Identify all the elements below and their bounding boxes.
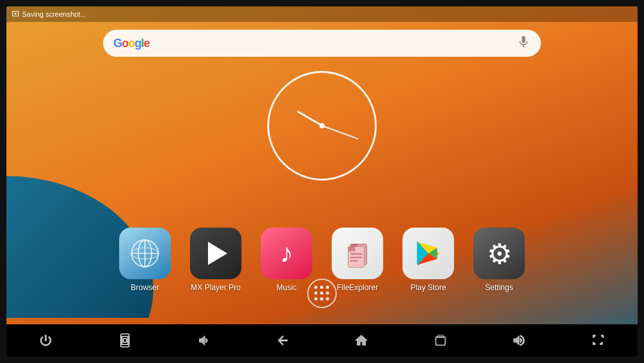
status-bar: Saving screenshot...	[6, 6, 638, 22]
svg-marker-10	[348, 246, 355, 251]
expand-icon	[591, 333, 605, 348]
file-icon	[340, 236, 375, 271]
settings-icon: ⚙	[473, 228, 525, 279]
power-icon	[39, 333, 53, 348]
hour-hand	[296, 110, 322, 126]
settings-label: Settings	[485, 283, 513, 292]
dot	[314, 297, 317, 300]
app-settings[interactable]: ⚙ Settings	[473, 228, 525, 292]
app-drawer-dots-icon	[314, 286, 330, 301]
app-browser[interactable]: Browser	[119, 228, 171, 292]
screenshot-button[interactable]	[112, 328, 138, 353]
browser-globe-icon	[128, 237, 162, 270]
back-icon	[276, 333, 290, 348]
music-note-icon: ♪	[280, 240, 294, 267]
fileexplorer-icon	[332, 228, 383, 279]
dot	[320, 297, 323, 300]
music-label: Music	[276, 283, 296, 292]
navigation-bar	[6, 324, 638, 357]
mxplayer-icon	[190, 228, 242, 279]
dot	[320, 291, 323, 295]
app-fileexplorer[interactable]: FileExplorer	[332, 228, 383, 292]
fileexplorer-label: FileExplorer	[337, 283, 378, 292]
playstore-icon	[402, 228, 454, 279]
mxplayer-play-icon	[208, 242, 227, 265]
minute-hand	[322, 125, 359, 139]
svg-rect-15	[123, 338, 127, 342]
google-logo: Google	[113, 37, 149, 50]
saving-text: Saving screenshot...	[22, 10, 86, 18]
google-search-bar[interactable]: Google	[103, 30, 541, 57]
status-bar-text: Saving screenshot...	[12, 10, 86, 18]
back-button[interactable]	[270, 328, 296, 353]
playstore-label: Play Store	[410, 283, 446, 292]
svg-rect-16	[435, 337, 445, 346]
app-mxplayer[interactable]: MX Player Pro	[190, 228, 242, 292]
browser-icon	[119, 228, 171, 279]
dot	[314, 286, 317, 289]
volume-up-button[interactable]	[506, 328, 532, 353]
volume-up-icon	[512, 333, 526, 348]
android-home-screen: Saving screenshot... Google	[6, 6, 638, 357]
playstore-logo-icon	[412, 237, 445, 270]
dot	[326, 297, 329, 300]
clock-face	[267, 71, 377, 181]
home-button[interactable]	[348, 328, 374, 353]
clock-center	[319, 123, 325, 128]
screenshot-icon	[12, 10, 19, 18]
app-drawer-button[interactable]	[307, 279, 337, 308]
gear-icon: ⚙	[487, 237, 512, 270]
mic-icon[interactable]	[516, 35, 531, 52]
mxplayer-label: MX Player Pro	[191, 283, 240, 292]
dot	[326, 286, 329, 289]
dot	[314, 291, 317, 295]
clock-widget[interactable]	[267, 71, 377, 181]
svg-point-1	[15, 13, 17, 15]
recent-apps-icon	[433, 333, 448, 348]
app-playstore[interactable]: Play Store	[402, 228, 454, 292]
power-button[interactable]	[33, 328, 59, 353]
dot	[326, 291, 329, 295]
app-music[interactable]: ♪ Music	[261, 228, 312, 292]
volume-down-icon	[196, 333, 211, 348]
volume-down-button[interactable]	[191, 328, 216, 353]
music-icon: ♪	[261, 228, 312, 279]
browser-label: Browser	[131, 283, 159, 292]
screenshot-nav-icon	[118, 333, 132, 348]
expand-button[interactable]	[585, 328, 611, 353]
home-icon	[354, 333, 368, 348]
recent-apps-button[interactable]	[428, 328, 453, 353]
dot	[320, 286, 323, 289]
